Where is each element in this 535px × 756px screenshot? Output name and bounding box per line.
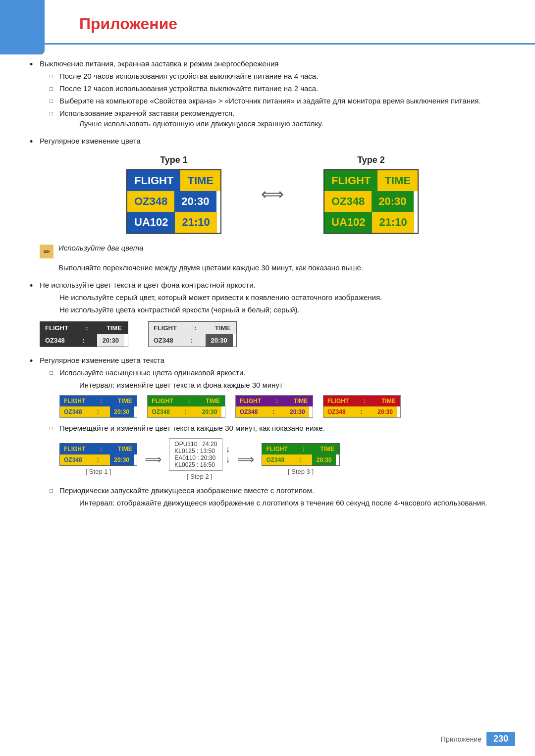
cv-board-4: FLIGHT:TIME OZ348:20:30 xyxy=(323,395,401,418)
cd-2030: 20:30 xyxy=(97,334,124,347)
cv3-time: TIME xyxy=(289,396,313,406)
sub-item-1-4: Использование экранной заставки рекоменд… xyxy=(50,109,505,128)
cl-oz: OZ348 xyxy=(149,334,178,347)
cv1-flight: FLIGHT xyxy=(60,396,89,406)
main-content: Выключение питания, экранная заставка и … xyxy=(0,45,535,536)
page: Приложение Выключение питания, экранная … xyxy=(0,0,535,756)
cv3-oz: OZ348 xyxy=(236,406,262,417)
cv3-2030: 20:30 xyxy=(285,406,309,417)
contrast-light-row2: OZ348 : 20:30 xyxy=(149,334,236,347)
cv3-colon2: : xyxy=(262,406,285,417)
cl-time: TIME xyxy=(209,322,236,334)
bullet-item-2: Регулярное изменение цвета Type 1 FLIGHT… xyxy=(30,137,505,272)
cv1-oz: OZ348 xyxy=(60,406,86,417)
bullet-item-3: Не используйте цвет текста и цвет фона к… xyxy=(30,281,505,347)
cd-flight: FLIGHT xyxy=(40,322,73,334)
type2-flight: FLIGHT xyxy=(324,170,377,191)
footer: Приложение 230 xyxy=(441,732,515,746)
main-list: Выключение питания, экранная заставка и … xyxy=(30,59,505,507)
cv4-flight: FLIGHT xyxy=(323,396,353,406)
sub4-1b: Интервал: изменяйте цвет текста и фона к… xyxy=(79,381,505,389)
contrast-dark-row2: OZ348 : 20:30 xyxy=(40,334,128,347)
sub-item-1-2: После 12 часов использования устройства … xyxy=(50,84,505,93)
step-arrow-2: ⟹ xyxy=(237,453,254,466)
s3-colon2: : xyxy=(288,454,312,465)
type1-label: Type 1 xyxy=(126,155,221,165)
step3-container: FLIGHT:TIME OZ348:20:30 [ Step 3 ] xyxy=(262,443,339,475)
cd-colon2: : xyxy=(70,334,97,347)
steps-row: FLIGHT:TIME OZ348:20:30 [ Step 1 ] ⟹ xyxy=(59,438,505,480)
type1-oz: OZ348 xyxy=(127,191,174,212)
step-arrow-1: ⟹ xyxy=(145,453,161,466)
s3-colon: : xyxy=(292,444,316,454)
step2-label: [ Step 2 ] xyxy=(187,473,213,480)
s1-2030: 20:30 xyxy=(110,454,134,465)
type1-row3: UA102 21:10 xyxy=(127,212,220,233)
step2-line2: KL0125 : 13:50 xyxy=(174,448,217,454)
type2-label: Type 2 xyxy=(323,155,419,165)
cd-oz: OZ348 xyxy=(40,334,70,347)
step2-container: OPU310 : 24:20 KL0125 : 13:50 EA0110 : 2… xyxy=(169,438,230,480)
cv2-2030: 20:30 xyxy=(198,406,221,417)
cv2-flight: FLIGHT xyxy=(148,396,177,406)
type2-2030: 20:30 xyxy=(372,191,413,212)
cv-board-3: FLIGHT:TIME OZ348:20:30 xyxy=(235,395,313,418)
s3-time: TIME xyxy=(316,444,339,454)
step3-label: [ Step 3 ] xyxy=(288,468,314,475)
cl-colon2: : xyxy=(178,334,206,347)
cv2-oz: OZ348 xyxy=(148,406,174,417)
s1-flight: FLIGHT xyxy=(60,444,89,454)
step2-line4: KL0025 : 16:50 xyxy=(174,461,217,468)
double-arrow-icon: ⟺ xyxy=(261,185,284,203)
contrast-dark-board: FLIGHT : TIME OZ348 : 20:30 xyxy=(40,321,128,347)
sub-item-4-2: Перемещайте и изменяйте цвет текста кажд… xyxy=(50,424,505,480)
cv3-flight: FLIGHT xyxy=(236,396,265,406)
bullet-item-1: Выключение питания, экранная заставка и … xyxy=(30,59,505,128)
cv4-colon2: : xyxy=(350,406,374,417)
type2-row1: FLIGHT TIME xyxy=(324,170,418,191)
step2-line3: EA0110 : 20:30 xyxy=(174,454,217,461)
type1-time: TIME xyxy=(180,170,220,191)
sub-item-1-4b: Лучше использовать однотонную или движущ… xyxy=(79,119,505,128)
cv4-2030: 20:30 xyxy=(374,406,397,417)
type1-diagram: Type 1 FLIGHT TIME OZ348 20:30 U xyxy=(126,155,221,234)
step3-board: FLIGHT:TIME OZ348:20:30 xyxy=(262,443,339,466)
type2-row2: OZ348 20:30 xyxy=(324,191,418,212)
note-text: Используйте два цвета xyxy=(58,244,143,252)
s1-time: TIME xyxy=(113,444,137,454)
type1-2030: 20:30 xyxy=(174,191,216,212)
type-arrow: ⟺ xyxy=(261,155,284,203)
type2-row3: UA102 21:10 xyxy=(324,212,418,233)
type1-board: FLIGHT TIME OZ348 20:30 UA102 21:10 xyxy=(126,169,221,234)
cd-colon1: : xyxy=(73,322,101,334)
s3-flight: FLIGHT xyxy=(262,444,291,454)
contrast-examples: FLIGHT : TIME OZ348 : 20:30 FLI xyxy=(40,321,505,347)
type1-row2: OZ348 20:30 xyxy=(127,191,220,212)
cv4-colon: : xyxy=(353,396,376,406)
cv2-colon2: : xyxy=(174,406,198,417)
type1-2110: 21:10 xyxy=(175,212,216,233)
type1-row1: FLIGHT TIME xyxy=(127,170,220,191)
cv2-colon: : xyxy=(177,396,201,406)
step2-arrows: ↓ ↓ xyxy=(225,444,230,465)
s1-colon: : xyxy=(89,444,113,454)
type2-time: TIME xyxy=(377,170,418,191)
footer-number: 230 xyxy=(486,732,515,746)
sub-item-1-1: После 20 часов использования устройства … xyxy=(50,72,505,80)
sub-list-1: После 20 часов использования устройства … xyxy=(50,72,505,128)
bullet-item-4: Регулярное изменение цвета текста Исполь… xyxy=(30,356,505,507)
cv1-colon2: : xyxy=(86,406,110,417)
sub-item-1-3: Выберите на компьютере «Свойства экрана»… xyxy=(50,97,505,105)
sub-item-4-1: Используйте насыщенные цвета одинаковой … xyxy=(50,368,505,418)
footer-label: Приложение xyxy=(441,735,482,743)
step2-line1: OPU310 : 24:20 xyxy=(174,441,217,448)
note-detail: Выполняйте переключение между двумя цвет… xyxy=(58,263,505,272)
sub3-1: Не используйте серый цвет, который может… xyxy=(59,293,505,302)
cl-2030: 20:30 xyxy=(206,334,233,347)
cv3-colon: : xyxy=(265,396,289,406)
color-variation-row: FLIGHT:TIME OZ348:20:30 FLIGHT:TIME OZ34… xyxy=(59,395,505,418)
sub-item-4-3: Периодически запускайте движущееся изобр… xyxy=(50,486,505,507)
s1-oz: OZ348 xyxy=(60,454,86,465)
cv-board-1: FLIGHT:TIME OZ348:20:30 xyxy=(59,395,137,418)
type2-diagram: Type 2 FLIGHT TIME OZ348 20:30 U xyxy=(323,155,419,234)
